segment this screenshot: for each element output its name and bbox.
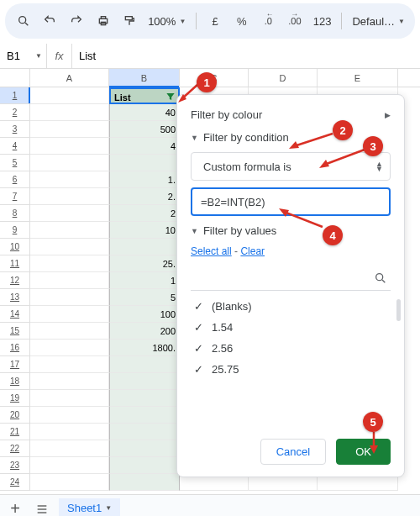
cell[interactable]: [30, 239, 109, 255]
row-header[interactable]: 8: [0, 205, 30, 222]
cell[interactable]: 5: [109, 289, 180, 306]
cell[interactable]: 1.: [109, 171, 180, 188]
select-all-corner[interactable]: [0, 69, 30, 87]
redo-icon[interactable]: [65, 9, 88, 33]
cell[interactable]: [30, 323, 109, 340]
cell[interactable]: [30, 272, 109, 289]
row-header[interactable]: 7: [0, 188, 30, 205]
ok-button[interactable]: OK: [336, 439, 391, 465]
column-header[interactable]: D: [249, 69, 318, 87]
column-header[interactable]: B: [109, 69, 180, 87]
zoom-select[interactable]: 100%▼: [144, 15, 189, 28]
row-header[interactable]: 3: [0, 121, 30, 138]
cell[interactable]: [30, 306, 109, 323]
filter-value-item[interactable]: ✓2.56: [191, 338, 391, 359]
cell[interactable]: 200: [109, 323, 180, 340]
filter-icon[interactable]: [165, 91, 176, 104]
row-header[interactable]: 23: [0, 457, 30, 474]
cell[interactable]: [30, 255, 109, 272]
decrease-decimal-button[interactable]: .0←: [257, 9, 281, 33]
undo-icon[interactable]: [39, 9, 62, 33]
cell[interactable]: [30, 440, 109, 457]
cell[interactable]: [30, 121, 109, 138]
increase-decimal-button[interactable]: .00→: [283, 9, 307, 33]
cell[interactable]: [109, 390, 180, 407]
row-header[interactable]: 18: [0, 373, 30, 390]
percent-button[interactable]: %: [230, 9, 254, 33]
cell[interactable]: [30, 205, 109, 222]
cell[interactable]: 25.: [109, 255, 180, 272]
number-format-select[interactable]: 123: [310, 15, 335, 28]
row-header[interactable]: 24: [0, 474, 30, 491]
filter-search-input[interactable]: [191, 266, 391, 291]
cell[interactable]: [30, 424, 109, 440]
print-icon[interactable]: [92, 9, 115, 33]
select-all-link[interactable]: Select all: [191, 245, 232, 257]
cell[interactable]: 2.: [109, 188, 180, 205]
cell[interactable]: [109, 457, 180, 474]
font-select[interactable]: Defaul…▼: [349, 15, 408, 28]
cell[interactable]: [109, 407, 180, 424]
name-box[interactable]: B1▼: [0, 44, 47, 68]
cell[interactable]: [109, 373, 180, 390]
row-header[interactable]: 22: [0, 440, 30, 457]
cell[interactable]: [30, 104, 109, 121]
cell[interactable]: [109, 155, 180, 171]
cell[interactable]: 500: [109, 121, 180, 138]
row-header[interactable]: 13: [0, 289, 30, 306]
row-header[interactable]: 17: [0, 356, 30, 373]
cell[interactable]: List: [109, 87, 180, 104]
row-header[interactable]: 20: [0, 407, 30, 424]
row-header[interactable]: 9: [0, 222, 30, 239]
cell[interactable]: [109, 424, 180, 440]
cell[interactable]: 100: [109, 306, 180, 323]
cell[interactable]: [30, 87, 109, 104]
cell[interactable]: [30, 289, 109, 306]
row-header[interactable]: 11: [0, 255, 30, 272]
all-sheets-button[interactable]: [32, 499, 52, 517]
row-header[interactable]: 19: [0, 390, 30, 407]
search-icon[interactable]: [12, 9, 35, 33]
filter-by-colour-row[interactable]: Filter by colour ▶: [177, 103, 404, 126]
cell[interactable]: [30, 138, 109, 155]
cell[interactable]: [30, 390, 109, 407]
row-header[interactable]: 5: [0, 155, 30, 171]
row-header[interactable]: 4: [0, 138, 30, 155]
cell[interactable]: [109, 356, 180, 373]
column-header[interactable]: E: [318, 69, 398, 87]
cell[interactable]: 1800.: [109, 340, 180, 356]
row-header[interactable]: 16: [0, 340, 30, 356]
filter-value-item[interactable]: ✓1.54: [191, 317, 391, 338]
row-header[interactable]: 12: [0, 272, 30, 289]
add-sheet-button[interactable]: +: [5, 499, 25, 517]
cell[interactable]: [109, 239, 180, 255]
formula-input[interactable]: List: [72, 50, 420, 62]
cell[interactable]: [30, 171, 109, 188]
cell[interactable]: [30, 356, 109, 373]
cancel-button[interactable]: Cancel: [260, 439, 326, 465]
cell[interactable]: 10: [109, 222, 180, 239]
currency-button[interactable]: £: [203, 9, 227, 33]
cell[interactable]: [30, 373, 109, 390]
paint-format-icon[interactable]: [118, 9, 142, 33]
row-header[interactable]: 15: [0, 323, 30, 340]
column-header[interactable]: A: [30, 69, 109, 87]
cell[interactable]: 2: [109, 205, 180, 222]
cell[interactable]: [109, 474, 180, 491]
cell[interactable]: [30, 340, 109, 356]
row-header[interactable]: 6: [0, 171, 30, 188]
cell[interactable]: 40: [109, 104, 180, 121]
cell[interactable]: [30, 407, 109, 424]
filter-value-item[interactable]: ✓(Blanks): [191, 296, 391, 317]
cell[interactable]: [30, 155, 109, 171]
sheet-tab[interactable]: Sheet1▼: [59, 498, 120, 516]
row-header[interactable]: 14: [0, 306, 30, 323]
cell[interactable]: [30, 222, 109, 239]
row-header[interactable]: 2: [0, 104, 30, 121]
row-header[interactable]: 10: [0, 239, 30, 255]
scrollbar-thumb[interactable]: [396, 299, 401, 321]
cell[interactable]: [30, 474, 109, 491]
row-header[interactable]: 1: [0, 87, 30, 104]
cell[interactable]: [30, 457, 109, 474]
cell[interactable]: [109, 440, 180, 457]
